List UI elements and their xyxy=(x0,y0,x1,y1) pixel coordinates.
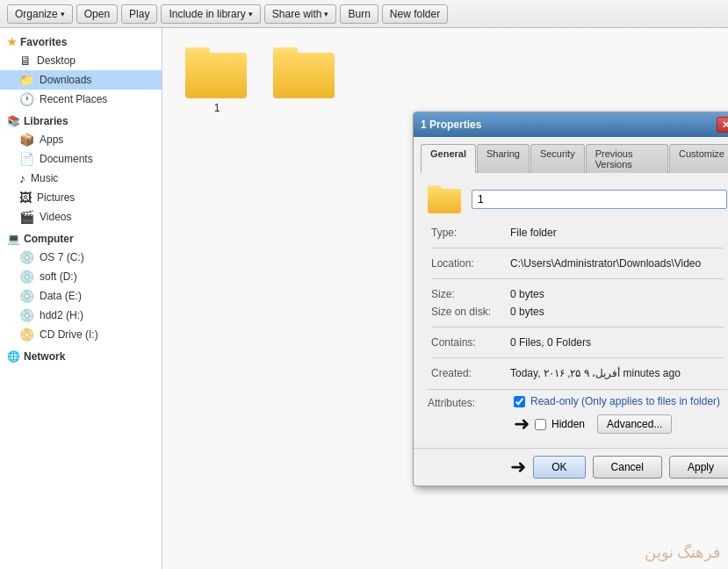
burn-label: Burn xyxy=(348,8,370,20)
tab-security[interactable]: Security xyxy=(530,144,585,173)
prop-row-location: Location: C:\Users\Administrator\Downloa… xyxy=(428,255,727,272)
location-label: Location: xyxy=(428,255,507,272)
watermark: فرهنگ نوین xyxy=(645,543,722,562)
prop-row-size-on-disk: Size on disk: 0 bytes xyxy=(428,303,727,321)
readonly-label: Read-only (Only applies to files in fold… xyxy=(530,395,720,407)
sidebar-item-h-drive[interactable]: 💿 hdd2 (H:) xyxy=(0,306,162,325)
properties-table: Type: File folder Location: C:\Users\Adm… xyxy=(428,224,727,382)
content-area: 1 فرهنگ نوین 1 Properties ✕ xyxy=(162,28,728,569)
cancel-button[interactable]: Cancel xyxy=(593,456,662,479)
readonly-checkbox[interactable] xyxy=(514,396,525,407)
open-label: Open xyxy=(84,8,110,20)
organize-button[interactable]: Organize ▾ xyxy=(7,4,73,24)
d-drive-icon: 💿 xyxy=(19,270,34,284)
libraries-header: 📚 Libraries xyxy=(0,112,162,130)
folder-item-2[interactable] xyxy=(270,47,340,114)
hidden-label: Hidden xyxy=(551,418,585,430)
folder-label-1: 1 xyxy=(214,102,220,114)
created-label: Created: xyxy=(428,364,507,382)
play-button[interactable]: Play xyxy=(121,4,157,24)
sidebar-recent-label: Recent Places xyxy=(40,93,107,105)
folder-big-icon-1 xyxy=(185,47,249,98)
c-drive-icon: 💿 xyxy=(19,250,34,264)
sidebar-pictures-label: Pictures xyxy=(37,191,75,204)
readonly-row: Read-only (Only applies to files in fold… xyxy=(514,395,720,407)
attributes-label: Attributes: xyxy=(428,395,507,436)
folder-small-icon xyxy=(428,185,463,213)
sidebar-item-apps[interactable]: 📦 Apps xyxy=(0,130,162,149)
network-section: 🌐 Network xyxy=(0,348,162,365)
prop-divider-row-4 xyxy=(428,351,727,364)
sidebar-documents-label: Documents xyxy=(40,153,93,165)
folder-small-shape xyxy=(428,189,461,213)
apply-button[interactable]: Apply xyxy=(669,456,728,479)
dialog-close-button[interactable]: ✕ xyxy=(717,117,728,133)
prop-row-size: Size: 0 bytes xyxy=(428,285,727,303)
tab-sharing[interactable]: Sharing xyxy=(477,144,530,173)
organize-label: Organize xyxy=(15,8,58,20)
tab-previous-versions[interactable]: Previous Versions xyxy=(586,144,668,173)
size-value: 0 bytes xyxy=(507,285,727,303)
dialog-footer: ➜ OK Cancel Apply xyxy=(414,448,728,486)
dialog-body: General Sharing Security Previous Versio… xyxy=(414,137,728,448)
sidebar-videos-label: Videos xyxy=(40,211,71,223)
burn-button[interactable]: Burn xyxy=(340,4,378,24)
sidebar-item-documents[interactable]: 📄 Documents xyxy=(0,149,162,169)
share-with-button[interactable]: Share with ▾ xyxy=(264,4,337,24)
prop-divider-1 xyxy=(431,248,724,248)
size-label: Size: xyxy=(428,285,507,303)
sidebar-item-videos[interactable]: 🎬 Videos xyxy=(0,207,162,227)
h-drive-icon: 💿 xyxy=(19,308,34,322)
sidebar-item-downloads[interactable]: 📁 Downloads xyxy=(0,70,162,90)
open-button[interactable]: Open xyxy=(76,4,118,24)
sidebar-h-drive-label: hdd2 (H:) xyxy=(40,309,83,321)
music-icon: ♪ xyxy=(19,171,25,185)
organize-chevron: ▾ xyxy=(61,10,65,18)
sidebar-item-c-drive[interactable]: 💿 OS 7 (C:) xyxy=(0,248,162,267)
sidebar-item-music[interactable]: ♪ Music xyxy=(0,169,162,188)
footer-arrow-icon: ➜ xyxy=(510,456,526,479)
prop-divider-row-2 xyxy=(428,272,727,285)
sidebar-item-i-drive[interactable]: 📀 CD Drive (I:) xyxy=(0,325,162,344)
hidden-checkbox[interactable] xyxy=(535,419,546,430)
sidebar-item-recent-places[interactable]: 🕐 Recent Places xyxy=(0,90,162,109)
prop-divider-3 xyxy=(431,327,724,328)
prop-divider-row-3 xyxy=(428,321,727,334)
include-library-label: Include in library xyxy=(169,8,245,20)
network-icon: 🌐 xyxy=(7,350,20,363)
folder-shape-2 xyxy=(273,53,335,98)
computer-header: 💻 Computer xyxy=(0,230,162,248)
sidebar-desktop-label: Desktop xyxy=(37,54,76,67)
contains-label: Contains: xyxy=(428,334,507,351)
recent-places-icon: 🕐 xyxy=(19,92,34,106)
tab-customize[interactable]: Customize xyxy=(669,144,728,173)
location-value: C:\Users\Administrator\Downloads\Video xyxy=(507,255,727,272)
network-header: 🌐 Network xyxy=(0,348,162,365)
folder-item-1[interactable]: 1 xyxy=(182,47,252,114)
dialog-tab-content: Type: File folder Location: C:\Users\Adm… xyxy=(421,180,728,441)
network-label: Network xyxy=(24,350,65,363)
folder-name-input[interactable] xyxy=(472,190,727,209)
tab-bar: General Sharing Security Previous Versio… xyxy=(421,144,728,173)
tab-general[interactable]: General xyxy=(421,144,476,173)
sidebar-d-drive-label: soft (D:) xyxy=(40,270,77,283)
include-library-button[interactable]: Include in library ▾ xyxy=(161,4,260,24)
sidebar-item-pictures[interactable]: 🖼 Pictures xyxy=(0,188,162,207)
sidebar-downloads-label: Downloads xyxy=(40,74,91,86)
prop-divider-2 xyxy=(431,278,724,279)
sidebar-apps-label: Apps xyxy=(40,133,63,146)
dialog-title: 1 Properties xyxy=(421,119,481,131)
attributes-section: Attributes: Read-only (Only applies to f… xyxy=(428,389,727,436)
advanced-button[interactable]: Advanced... xyxy=(597,414,672,434)
sidebar-item-desktop[interactable]: 🖥 Desktop xyxy=(0,51,162,70)
computer-label: Computer xyxy=(24,233,74,245)
new-folder-button[interactable]: New folder xyxy=(382,4,448,24)
prop-divider-4 xyxy=(431,357,724,358)
libraries-label: Libraries xyxy=(24,115,68,127)
include-library-chevron: ▾ xyxy=(249,10,253,18)
size-on-disk-label: Size on disk: xyxy=(428,303,507,321)
ok-button[interactable]: OK xyxy=(533,456,585,479)
favorites-header: ★ Favorites xyxy=(0,33,162,51)
sidebar-item-d-drive[interactable]: 💿 soft (D:) xyxy=(0,267,162,286)
sidebar-item-e-drive[interactable]: 💿 Data (E:) xyxy=(0,286,162,306)
